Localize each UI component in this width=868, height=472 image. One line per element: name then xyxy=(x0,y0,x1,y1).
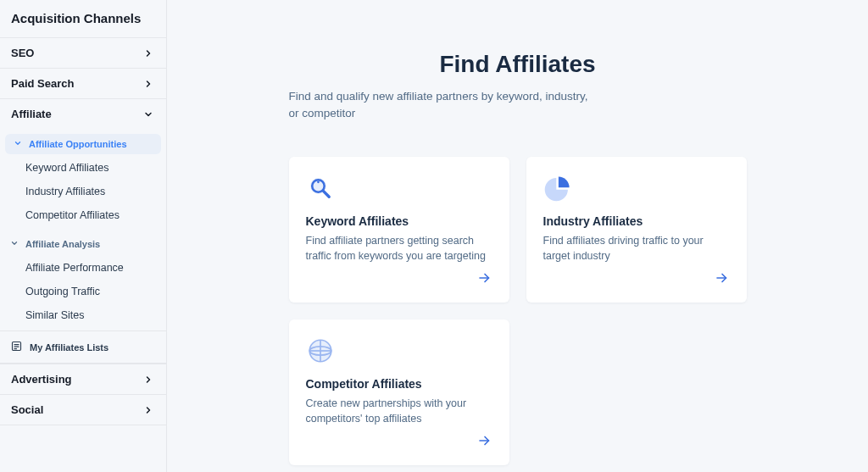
pie-chart-icon xyxy=(543,174,572,203)
card-title: Competitor Affiliates xyxy=(306,377,492,391)
chevron-right-icon xyxy=(142,78,154,90)
page-subtitle: Find and qualify new affiliate partners … xyxy=(289,88,594,123)
sublink-outgoing-traffic[interactable]: Outgoing Traffic xyxy=(0,280,166,303)
page-title: Find Affiliates xyxy=(289,51,747,78)
nav-item-seo-label: SEO xyxy=(11,47,34,59)
nav-item-advertising[interactable]: Advertising xyxy=(0,364,166,394)
card-title: Keyword Affiliates xyxy=(306,214,492,228)
card-competitor-affiliates[interactable]: Competitor Affiliates Create new partner… xyxy=(289,319,509,465)
nav-item-affiliate-label: Affiliate xyxy=(11,108,52,120)
sublink-similar-sites[interactable]: Similar Sites xyxy=(0,303,166,327)
affiliate-analysis-header[interactable]: Affiliate Analysis xyxy=(0,232,166,256)
sublink-keyword-affiliates[interactable]: Keyword Affiliates xyxy=(0,156,166,180)
affiliate-analysis-label: Affiliate Analysis xyxy=(25,239,100,249)
arrow-right-icon xyxy=(477,270,492,289)
chevron-right-icon xyxy=(142,404,154,416)
sidebar: Acquisition Channels SEO Paid Search Aff… xyxy=(0,0,167,472)
chevron-down-icon xyxy=(14,139,22,149)
arrow-right-icon xyxy=(715,270,730,289)
card-industry-affiliates[interactable]: Industry Affiliates Find affiliates driv… xyxy=(526,157,747,303)
my-affiliates-lists-label: My Affiliates Lists xyxy=(30,342,108,353)
affiliate-opportunities-label: Affiliate Opportunities xyxy=(29,139,127,149)
main-content: Find Affiliates Find and qualify new aff… xyxy=(167,0,868,472)
card-desc: Create new partnerships with your compet… xyxy=(306,396,492,433)
sublink-industry-affiliates[interactable]: Industry Affiliates xyxy=(0,180,166,203)
card-desc: Find affiliates driving traffic to your … xyxy=(543,233,730,270)
chevron-down-icon xyxy=(142,108,154,120)
sublink-affiliate-performance[interactable]: Affiliate Performance xyxy=(0,256,166,280)
chevron-right-icon xyxy=(142,47,154,59)
card-desc: Find affiliate partners getting search t… xyxy=(306,233,492,270)
magnifier-icon xyxy=(306,174,335,203)
card-title: Industry Affiliates xyxy=(543,214,730,228)
affiliate-opportunities-header[interactable]: Affiliate Opportunities xyxy=(5,134,161,154)
sublink-competitor-affiliates[interactable]: Competitor Affiliates xyxy=(0,203,166,227)
page-head: Find Affiliates Find and qualify new aff… xyxy=(289,51,747,123)
arrow-right-icon xyxy=(477,433,492,452)
nav-item-advertising-label: Advertising xyxy=(11,373,72,386)
sidebar-title: Acquisition Channels xyxy=(0,0,166,37)
nav-item-paid-search[interactable]: Paid Search xyxy=(0,68,166,98)
chevron-down-icon xyxy=(10,239,19,249)
nav-item-seo[interactable]: SEO xyxy=(0,37,166,68)
list-icon xyxy=(10,340,23,354)
nav-item-social-label: Social xyxy=(11,403,43,416)
nav-item-paid-search-label: Paid Search xyxy=(11,77,74,90)
svg-line-7 xyxy=(323,191,329,197)
card-keyword-affiliates[interactable]: Keyword Affiliates Find affiliate partne… xyxy=(289,157,509,303)
globe-icon xyxy=(306,336,335,365)
affiliate-subgroup: Affiliate Opportunities Keyword Affiliat… xyxy=(0,129,166,330)
my-affiliates-lists[interactable]: My Affiliates Lists xyxy=(0,330,166,364)
chevron-right-icon xyxy=(142,374,154,386)
nav-item-affiliate[interactable]: Affiliate xyxy=(0,98,166,129)
nav-item-social[interactable]: Social xyxy=(0,394,166,425)
cards-grid: Keyword Affiliates Find affiliate partne… xyxy=(289,157,747,465)
svg-point-6 xyxy=(317,180,320,183)
